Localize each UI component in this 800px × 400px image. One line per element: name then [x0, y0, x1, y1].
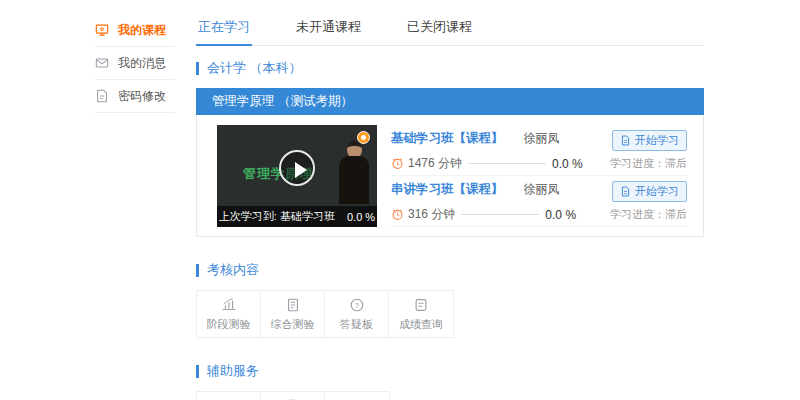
cell-stage-test[interactable]: 阶段测验 — [197, 291, 261, 337]
mail-icon — [95, 56, 109, 70]
progress-line — [468, 163, 546, 164]
progress-status-note: 学习进度：滞后 — [610, 207, 687, 222]
sidebar-item-my-courses[interactable]: 我的课程 — [95, 14, 175, 47]
sidebar-item-label: 密码修改 — [118, 88, 166, 105]
assessment-section-title: 考核内容 — [196, 261, 704, 279]
question-circle-icon: ? — [349, 297, 365, 313]
progress-status-note: 学习进度：滞后 — [610, 156, 687, 171]
last-learned-label: 上次学习到: 基础学习班 — [219, 209, 335, 224]
progress-percent: 0.0 % — [545, 208, 576, 222]
course-section-title: 会计学 （本科） — [196, 59, 704, 77]
file-icon — [620, 135, 631, 146]
screen-icon — [95, 23, 109, 37]
my-courses-page: 我的课程 我的消息 密码修改 正在学习 未开通课程 已关闭课程 会计学 （本科）… — [0, 0, 800, 400]
course-card-header: 管理学原理 （测试考期） — [196, 88, 704, 115]
progress-line — [461, 214, 539, 215]
edit-document-icon — [95, 89, 109, 103]
title-accent-bar — [196, 365, 199, 378]
sidebar-item-label: 我的课程 — [118, 22, 166, 39]
cell-comprehensive-test[interactable]: 综合测验 — [261, 291, 325, 337]
course-row-review: 串讲学习班【课程】 徐丽凤 316 分钟 0.0 % — [391, 176, 687, 227]
course-minutes: 1476 分钟 — [408, 155, 462, 172]
assessment-title-text: 考核内容 — [207, 261, 259, 279]
course-card-body: 管理学原理 上次学习到: 基础学习班 0.0 % 基础学习班【课程】 — [196, 115, 704, 237]
course-rows: 基础学习班【课程】 徐丽凤 1476 分钟 0.0 % — [391, 125, 687, 226]
title-accent-bar — [196, 264, 199, 277]
file-icon — [620, 186, 631, 197]
course-section-title-text: 会计学 （本科） — [207, 59, 302, 77]
cell-course-handouts[interactable]: 课程讲义 — [197, 392, 261, 400]
cell-practice-center[interactable]: 练习中心 — [325, 392, 389, 400]
start-learning-button[interactable]: 开始学习 — [612, 181, 687, 202]
course-card: 管理学原理 （测试考期） 管理学原理 上次学习到: 基础学习班 0.0 % — [196, 88, 704, 237]
services-grid: 课程讲义 考试大纲 练习中心 — [196, 391, 390, 400]
teacher-name: 徐丽凤 — [524, 130, 560, 147]
video-thumbnail[interactable]: 管理学原理 上次学习到: 基础学习班 0.0 % — [217, 125, 377, 227]
sidebar-item-change-password[interactable]: 密码修改 — [95, 80, 175, 113]
course-row-basic: 基础学习班【课程】 徐丽凤 1476 分钟 0.0 % — [391, 125, 687, 176]
sidebar-item-my-messages[interactable]: 我的消息 — [95, 47, 175, 80]
tab-closed[interactable]: 已关闭课程 — [405, 12, 474, 45]
play-button[interactable] — [279, 150, 315, 186]
sidebar-item-label: 我的消息 — [118, 55, 166, 72]
course-minutes: 316 分钟 — [408, 206, 455, 223]
score-sheet-icon — [413, 297, 429, 313]
presenter-figure — [336, 141, 372, 207]
clock-icon — [391, 157, 404, 170]
assessment-grid: 阶段测验 综合测验 ? 答疑板 成绩查询 — [196, 290, 454, 338]
main-content: 正在学习 未开通课程 已关闭课程 会计学 （本科） 管理学原理 （测试考期） 管… — [196, 12, 704, 400]
clock-icon — [391, 208, 404, 221]
title-accent-bar — [196, 62, 199, 75]
tab-learning[interactable]: 正在学习 — [196, 12, 252, 45]
sidebar: 我的课程 我的消息 密码修改 — [95, 14, 175, 113]
course-link-basic[interactable]: 基础学习班【课程】 — [391, 130, 504, 147]
svg-text:?: ? — [354, 300, 359, 309]
video-status-bar: 上次学习到: 基础学习班 0.0 % — [217, 206, 377, 227]
progress-percent: 0.0 % — [552, 157, 583, 171]
start-learning-button[interactable]: 开始学习 — [612, 130, 687, 151]
cell-qa-board[interactable]: ? 答疑板 — [325, 291, 389, 337]
course-link-review[interactable]: 串讲学习班【课程】 — [391, 181, 504, 198]
teacher-name: 徐丽凤 — [524, 181, 560, 198]
cell-score-query[interactable]: 成绩查询 — [389, 291, 453, 337]
brand-logo-icon — [357, 131, 370, 144]
cell-exam-outline[interactable]: 考试大纲 — [261, 392, 325, 400]
bar-chart-icon — [221, 297, 237, 313]
tab-not-opened[interactable]: 未开通课程 — [294, 12, 363, 45]
services-title-text: 辅助服务 — [207, 362, 259, 380]
document-lines-icon — [285, 297, 301, 313]
last-learned-percent: 0.0 % — [347, 211, 375, 223]
course-tabs: 正在学习 未开通课程 已关闭课程 — [196, 12, 704, 46]
services-section-title: 辅助服务 — [196, 362, 704, 380]
